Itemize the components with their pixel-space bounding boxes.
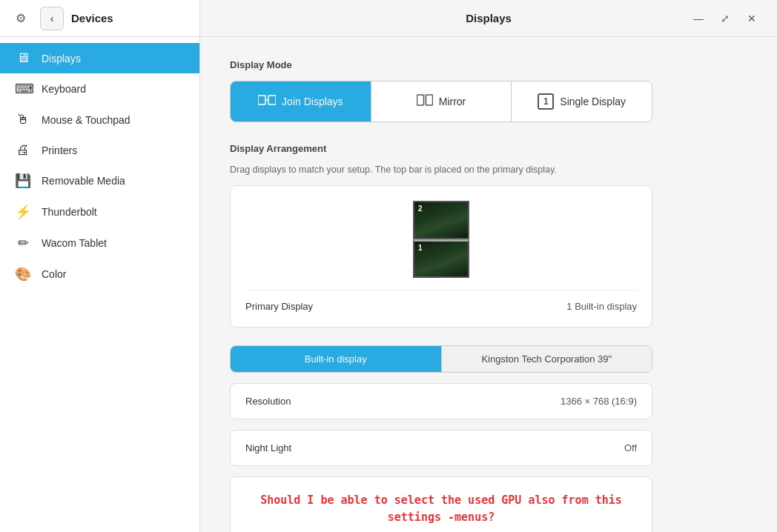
mode-btn-label-single: Single Display (560, 96, 626, 107)
nav-item-label-keyboard: Keyboard (42, 83, 86, 95)
sidebar-item-removable[interactable]: 💾 Removable Media (0, 165, 199, 196)
tab-builtin[interactable]: Built-in display (231, 346, 442, 372)
svg-rect-4 (426, 95, 432, 105)
printers-icon: 🖨 (15, 142, 31, 158)
main-panel: Displays — ⤢ ✕ Display Mode Join Display… (200, 0, 777, 532)
main-content: Display Mode Join Displays Mirror1Single… (200, 37, 777, 532)
main-header-title: Displays (466, 12, 512, 24)
sidebar-nav: 🖥 Displays ⌨ Keyboard 🖱 Mouse & Touchpad… (0, 37, 199, 296)
mode-btn-label-mirror: Mirror (439, 96, 466, 107)
nav-item-label-mouse: Mouse & Touchpad (42, 114, 130, 126)
arrangement-label: Display Arrangement (230, 143, 747, 154)
mode-btn-join[interactable]: Join Displays (231, 82, 371, 122)
keyboard-icon: ⌨ (15, 81, 31, 97)
night-light-section: Night Light Off (230, 430, 652, 466)
display-tabs: Built-in displayKingston Tech Corporatio… (230, 345, 652, 373)
main-header: Displays — ⤢ ✕ (200, 0, 777, 37)
minimize-button[interactable]: — (688, 8, 709, 29)
mode-btn-label-join: Join Displays (282, 96, 343, 107)
nav-item-label-printers: Printers (42, 144, 77, 156)
removable-icon: 💾 (15, 173, 31, 189)
displays-icon: 🖥 (15, 50, 31, 66)
sidebar-item-keyboard[interactable]: ⌨ Keyboard (0, 73, 199, 104)
color-icon: 🎨 (15, 266, 31, 282)
mirror-icon (417, 94, 433, 110)
window-controls: — ⤢ ✕ (688, 8, 762, 29)
nav-item-label-thunderbolt: Thunderbolt (42, 206, 97, 218)
single-icon: 1 (538, 93, 554, 110)
sidebar-header: ⚙ ‹ Devices (0, 0, 199, 37)
primary-display-row: Primary Display 1 Built-in display (245, 290, 637, 312)
night-light-value: Off (624, 442, 637, 453)
primary-display-label: Primary Display (245, 301, 313, 312)
gpu-message: Should I be able to select the used GPU … (230, 476, 652, 532)
sidebar-title: Devices (71, 12, 113, 24)
tab-kingston[interactable]: Kingston Tech Corporation 39" (442, 346, 652, 372)
wacom-icon: ✏ (15, 235, 31, 251)
back-button[interactable]: ‹ (40, 7, 64, 30)
night-light-row: Night Light Off (231, 430, 652, 465)
sidebar-item-wacom[interactable]: ✏ Wacom Tablet (0, 227, 199, 259)
arrangement-description: Drag displays to match your setup. The t… (230, 164, 747, 175)
display-mode-label: Display Mode (230, 59, 747, 70)
resolution-section: Resolution 1366 × 768 (16:9) (230, 383, 652, 419)
display-num-1: 1 (418, 244, 423, 252)
close-button[interactable]: ✕ (741, 8, 762, 29)
svg-rect-0 (258, 96, 265, 104)
primary-display-value: 1 Built-in display (566, 301, 637, 312)
sidebar-item-color[interactable]: 🎨 Color (0, 259, 199, 290)
sidebar-item-displays[interactable]: 🖥 Displays (0, 43, 199, 73)
svg-rect-1 (268, 96, 276, 104)
mode-btn-mirror[interactable]: Mirror (371, 82, 512, 122)
resolution-row: Resolution 1366 × 768 (16:9) (231, 384, 652, 419)
join-icon (258, 94, 276, 110)
display-num-2: 2 (418, 205, 423, 213)
maximize-button[interactable]: ⤢ (715, 8, 735, 29)
display-mode-buttons: Join Displays Mirror1Single Display (230, 81, 652, 122)
nav-item-label-displays: Displays (42, 53, 81, 64)
sidebar-item-thunderbolt[interactable]: ⚡ Thunderbolt (0, 196, 199, 227)
display-thumb-1[interactable]: 1 (413, 239, 469, 278)
svg-rect-3 (417, 95, 423, 105)
sidebar-item-printers[interactable]: 🖨 Printers (0, 135, 199, 165)
resolution-value: 1366 × 768 (16:9) (561, 396, 637, 407)
gear-button[interactable]: ⚙ (9, 7, 33, 30)
resolution-label: Resolution (245, 396, 291, 407)
nav-item-label-wacom: Wacom Tablet (42, 237, 107, 249)
displays-canvas: 21 (245, 201, 637, 278)
arrangement-box: 21 Primary Display 1 Built-in display (230, 185, 652, 327)
thunderbolt-icon: ⚡ (15, 204, 31, 220)
display-thumb-2[interactable]: 2 (413, 201, 469, 239)
mouse-icon: 🖱 (15, 112, 31, 127)
nav-item-label-removable: Removable Media (42, 175, 125, 187)
night-light-label: Night Light (245, 442, 291, 453)
nav-item-label-color: Color (42, 268, 66, 280)
mode-btn-single[interactable]: 1Single Display (512, 82, 652, 122)
arrangement-section: Display Arrangement Drag displays to mat… (230, 143, 747, 327)
sidebar: ⚙ ‹ Devices 🖥 Displays ⌨ Keyboard 🖱 Mous… (0, 0, 200, 532)
sidebar-item-mouse[interactable]: 🖱 Mouse & Touchpad (0, 104, 199, 135)
